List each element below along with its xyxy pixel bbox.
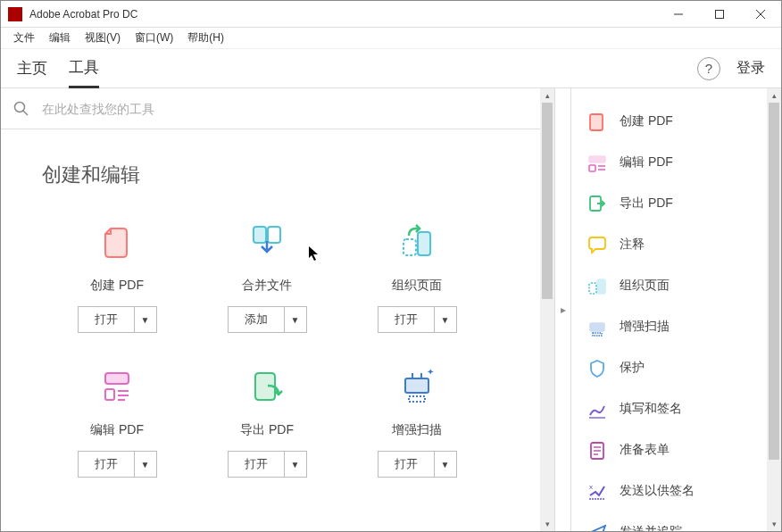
svg-rect-21 [589, 165, 595, 171]
chevron-down-icon[interactable]: ▼ [285, 452, 306, 477]
shortcut-item[interactable]: 编辑 PDF [571, 142, 767, 183]
svg-point-4 [15, 102, 25, 112]
menu-help[interactable]: 帮助(H) [180, 29, 231, 47]
tool-icon [244, 363, 290, 410]
tool-label: 创建 PDF [90, 278, 144, 294]
tool-icon [244, 219, 290, 265]
tool-action-button[interactable]: 打开▼ [378, 306, 457, 333]
form-icon [586, 439, 607, 461]
shortcut-label: 填写和签名 [620, 401, 682, 417]
maximize-button[interactable] [699, 1, 740, 27]
right-scrollbar[interactable]: ▴ ▾ [767, 88, 781, 531]
menu-view[interactable]: 视图(V) [78, 29, 128, 47]
shortcut-label: 增强扫描 [620, 319, 670, 335]
tab-home[interactable]: 主页 [17, 50, 47, 87]
tool-label: 编辑 PDF [90, 422, 144, 438]
menu-bar: 文件 编辑 视图(V) 窗口(W) 帮助(H) [1, 28, 781, 49]
tool-label: 组织页面 [392, 278, 442, 294]
svg-rect-6 [254, 227, 266, 243]
search-input[interactable] [42, 102, 528, 116]
shortcut-item[interactable]: 创建 PDF [571, 101, 767, 142]
comment-icon [586, 234, 607, 255]
scan-icon [586, 316, 607, 337]
chevron-down-icon[interactable]: ▼ [135, 307, 156, 332]
tab-tools[interactable]: 工具 [69, 49, 99, 88]
menu-window[interactable]: 窗口(W) [128, 29, 180, 47]
svg-rect-1 [716, 10, 724, 18]
shortcut-item[interactable]: 增强扫描 [571, 306, 767, 347]
shortcut-item[interactable]: 保护 [571, 347, 767, 388]
svg-rect-26 [589, 283, 596, 294]
svg-text:x: x [589, 483, 593, 491]
help-icon[interactable]: ? [697, 57, 720, 80]
section-title: 创建和编辑 [42, 162, 499, 188]
create-icon [586, 111, 607, 132]
shortcut-label: 创建 PDF [620, 113, 673, 129]
shortcut-item[interactable]: x发送以供签名 [571, 470, 767, 511]
shortcut-label: 发送并追踪 [620, 524, 682, 531]
protect-icon [586, 357, 607, 378]
organize-icon [586, 275, 607, 296]
shortcut-label: 导出 PDF [620, 195, 673, 212]
tool-label: 增强扫描 [392, 422, 442, 438]
shortcut-label: 组织页面 [620, 278, 670, 294]
shortcut-label: 发送以供签名 [620, 483, 695, 499]
chevron-down-icon[interactable]: ▼ [135, 452, 156, 477]
tool-action-button[interactable]: 添加▼ [228, 306, 307, 333]
svg-rect-18 [590, 114, 603, 130]
search-icon [13, 101, 29, 117]
menu-edit[interactable]: 编辑 [42, 29, 78, 47]
shortcut-item[interactable]: 发送并追踪 [571, 511, 767, 531]
shortcut-label: 保护 [620, 360, 645, 376]
shortcut-item[interactable]: 导出 PDF [571, 183, 767, 224]
shortcut-item[interactable]: 组织页面 [571, 265, 767, 306]
shortcut-label: 准备表单 [620, 442, 670, 458]
tool-action-button[interactable]: 打开▼ [228, 451, 307, 478]
login-button[interactable]: 登录 [736, 59, 765, 78]
tool-icon [394, 219, 440, 265]
acrobat-logo-icon [8, 7, 22, 21]
shortcut-label: 编辑 PDF [620, 154, 673, 170]
svg-rect-27 [590, 323, 604, 331]
tool-action-button[interactable]: 打开▼ [78, 451, 157, 478]
tool-action-button[interactable]: 打开▼ [78, 306, 157, 333]
svg-line-5 [23, 111, 28, 115]
sendTrack-icon [586, 521, 607, 531]
menu-file[interactable]: 文件 [6, 29, 42, 47]
tool-icon: ✦ [394, 363, 440, 410]
edit-icon [586, 152, 607, 173]
svg-rect-7 [268, 227, 280, 243]
svg-rect-10 [105, 373, 129, 384]
shortcut-label: 注释 [620, 237, 645, 253]
tool-label: 合并文件 [242, 278, 292, 294]
svg-rect-15 [405, 378, 428, 393]
window-title: Adobe Acrobat Pro DC [29, 8, 658, 21]
left-scrollbar[interactable]: ▴ ▾ [540, 88, 554, 531]
svg-rect-11 [105, 389, 114, 400]
sendSign-icon: x [586, 480, 607, 502]
export-icon [586, 193, 607, 214]
tool-label: 导出 PDF [240, 422, 294, 438]
close-button[interactable] [740, 1, 781, 27]
shortcut-item[interactable]: 注释 [571, 224, 767, 265]
svg-rect-16 [409, 396, 425, 402]
tool-icon [94, 363, 140, 410]
shortcut-item[interactable]: 填写和签名 [571, 388, 767, 429]
chevron-down-icon[interactable]: ▼ [435, 307, 456, 332]
tool-icon [94, 219, 140, 265]
shortcut-item[interactable]: 准备表单 [571, 429, 767, 470]
svg-rect-8 [418, 232, 430, 255]
chevron-down-icon[interactable]: ▼ [285, 307, 306, 332]
svg-rect-9 [403, 239, 416, 255]
chevron-down-icon[interactable]: ▼ [435, 452, 456, 477]
svg-rect-20 [589, 156, 605, 162]
tool-action-button[interactable]: 打开▼ [378, 451, 457, 478]
collapse-panel-button[interactable]: ▸ [554, 88, 570, 531]
minimize-button[interactable] [658, 1, 699, 27]
sign-icon [586, 398, 607, 420]
svg-rect-28 [593, 333, 602, 336]
svg-text:✦: ✦ [427, 367, 434, 377]
svg-rect-25 [597, 279, 605, 294]
